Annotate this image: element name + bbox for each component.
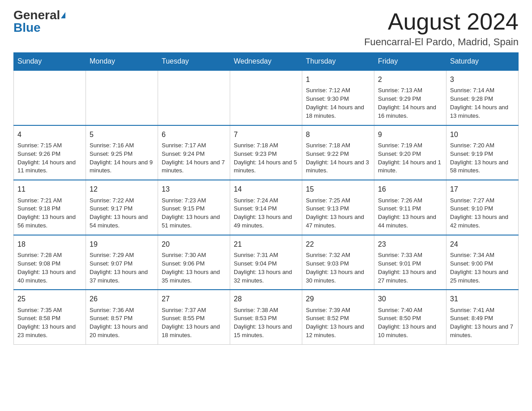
- calendar-day-header: Sunday: [14, 53, 86, 71]
- day-info: Sunrise: 7:21 AMSunset: 9:18 PMDaylight:…: [17, 197, 82, 230]
- day-number: 17: [450, 184, 515, 194]
- day-info: Sunrise: 7:14 AMSunset: 9:28 PMDaylight:…: [450, 86, 515, 120]
- calendar-day-header: Saturday: [446, 53, 519, 71]
- calendar-day-cell: [86, 70, 158, 125]
- logo-blue-text: Blue: [13, 21, 41, 34]
- day-number: 30: [378, 294, 442, 304]
- day-number: 8: [306, 129, 370, 140]
- calendar-day-header: Wednesday: [230, 53, 302, 71]
- calendar-day-cell: 20Sunrise: 7:30 AMSunset: 9:06 PMDayligh…: [158, 235, 230, 290]
- day-number: 3: [450, 74, 515, 85]
- day-number: 18: [17, 239, 82, 249]
- day-info: Sunrise: 7:39 AMSunset: 8:52 PMDaylight:…: [306, 306, 370, 340]
- day-info: Sunrise: 7:27 AMSunset: 9:10 PMDaylight:…: [450, 197, 515, 230]
- calendar-day-cell: [158, 70, 230, 125]
- calendar-day-cell: 16Sunrise: 7:26 AMSunset: 9:11 PMDayligh…: [374, 180, 446, 235]
- day-number: 28: [234, 294, 298, 304]
- day-info: Sunrise: 7:30 AMSunset: 9:06 PMDaylight:…: [162, 251, 226, 285]
- calendar-day-cell: 19Sunrise: 7:29 AMSunset: 9:07 PMDayligh…: [86, 235, 158, 290]
- calendar-day-cell: 23Sunrise: 7:33 AMSunset: 9:01 PMDayligh…: [374, 235, 446, 290]
- page-header: General Blue August 2024 Fuencarral-El P…: [13, 9, 519, 48]
- calendar-day-cell: 10Sunrise: 7:20 AMSunset: 9:19 PMDayligh…: [446, 125, 519, 180]
- calendar-day-cell: 1Sunrise: 7:12 AMSunset: 9:30 PMDaylight…: [302, 70, 374, 125]
- day-number: 13: [162, 184, 226, 194]
- calendar-day-header: Thursday: [302, 53, 374, 71]
- calendar-week-row: 11Sunrise: 7:21 AMSunset: 9:18 PMDayligh…: [14, 180, 519, 235]
- calendar-day-cell: 21Sunrise: 7:31 AMSunset: 9:04 PMDayligh…: [230, 235, 302, 290]
- calendar-day-cell: 29Sunrise: 7:39 AMSunset: 8:52 PMDayligh…: [302, 290, 374, 344]
- day-number: 16: [378, 184, 442, 194]
- day-info: Sunrise: 7:20 AMSunset: 9:19 PMDaylight:…: [450, 141, 515, 175]
- calendar-day-cell: 15Sunrise: 7:25 AMSunset: 9:13 PMDayligh…: [302, 180, 374, 235]
- day-number: 25: [17, 294, 82, 304]
- calendar-day-cell: [230, 70, 302, 125]
- day-number: 4: [17, 129, 82, 140]
- calendar-week-row: 18Sunrise: 7:28 AMSunset: 9:08 PMDayligh…: [14, 235, 519, 290]
- month-title: August 2024: [364, 9, 519, 34]
- logo: General Blue: [13, 9, 65, 34]
- calendar-day-cell: 28Sunrise: 7:38 AMSunset: 8:53 PMDayligh…: [230, 290, 302, 344]
- day-info: Sunrise: 7:36 AMSunset: 8:57 PMDaylight:…: [90, 306, 154, 340]
- day-info: Sunrise: 7:24 AMSunset: 9:14 PMDaylight:…: [234, 197, 298, 230]
- day-info: Sunrise: 7:25 AMSunset: 9:13 PMDaylight:…: [306, 197, 370, 230]
- day-number: 12: [90, 184, 154, 194]
- day-number: 9: [378, 129, 442, 140]
- calendar-day-cell: [14, 70, 86, 125]
- day-info: Sunrise: 7:13 AMSunset: 9:29 PMDaylight:…: [378, 86, 442, 120]
- calendar-day-cell: 12Sunrise: 7:22 AMSunset: 9:17 PMDayligh…: [86, 180, 158, 235]
- calendar-day-cell: 4Sunrise: 7:15 AMSunset: 9:26 PMDaylight…: [14, 125, 86, 180]
- day-number: 15: [306, 184, 370, 194]
- day-number: 21: [234, 239, 298, 249]
- day-number: 11: [17, 184, 82, 194]
- day-info: Sunrise: 7:33 AMSunset: 9:01 PMDaylight:…: [378, 251, 442, 285]
- calendar-day-cell: 11Sunrise: 7:21 AMSunset: 9:18 PMDayligh…: [14, 180, 86, 235]
- day-info: Sunrise: 7:29 AMSunset: 9:07 PMDaylight:…: [90, 251, 154, 285]
- day-info: Sunrise: 7:16 AMSunset: 9:25 PMDaylight:…: [90, 141, 154, 175]
- day-info: Sunrise: 7:31 AMSunset: 9:04 PMDaylight:…: [234, 251, 298, 285]
- title-block: August 2024 Fuencarral-El Pardo, Madrid,…: [364, 9, 519, 48]
- day-number: 19: [90, 239, 154, 249]
- calendar-day-cell: 26Sunrise: 7:36 AMSunset: 8:57 PMDayligh…: [86, 290, 158, 344]
- day-number: 31: [450, 294, 515, 304]
- calendar-day-cell: 7Sunrise: 7:18 AMSunset: 9:23 PMDaylight…: [230, 125, 302, 180]
- calendar-day-header: Monday: [86, 53, 158, 71]
- calendar-day-cell: 31Sunrise: 7:41 AMSunset: 8:49 PMDayligh…: [446, 290, 519, 344]
- calendar-week-row: 1Sunrise: 7:12 AMSunset: 9:30 PMDaylight…: [14, 70, 519, 125]
- day-info: Sunrise: 7:26 AMSunset: 9:11 PMDaylight:…: [378, 197, 442, 230]
- location-text: Fuencarral-El Pardo, Madrid, Spain: [364, 36, 519, 48]
- calendar-table: SundayMondayTuesdayWednesdayThursdayFrid…: [13, 52, 519, 345]
- day-info: Sunrise: 7:12 AMSunset: 9:30 PMDaylight:…: [306, 86, 370, 120]
- day-info: Sunrise: 7:37 AMSunset: 8:55 PMDaylight:…: [162, 306, 226, 340]
- calendar-day-cell: 30Sunrise: 7:40 AMSunset: 8:50 PMDayligh…: [374, 290, 446, 344]
- calendar-day-cell: 8Sunrise: 7:18 AMSunset: 9:22 PMDaylight…: [302, 125, 374, 180]
- day-info: Sunrise: 7:18 AMSunset: 9:23 PMDaylight:…: [234, 141, 298, 175]
- calendar-day-header: Tuesday: [158, 53, 230, 71]
- day-number: 14: [234, 184, 298, 194]
- day-number: 5: [90, 129, 154, 140]
- day-info: Sunrise: 7:41 AMSunset: 8:49 PMDaylight:…: [450, 306, 515, 340]
- calendar-header-row: SundayMondayTuesdayWednesdayThursdayFrid…: [14, 53, 519, 71]
- calendar-day-cell: 18Sunrise: 7:28 AMSunset: 9:08 PMDayligh…: [14, 235, 86, 290]
- calendar-week-row: 25Sunrise: 7:35 AMSunset: 8:58 PMDayligh…: [14, 290, 519, 344]
- calendar-day-cell: 17Sunrise: 7:27 AMSunset: 9:10 PMDayligh…: [446, 180, 519, 235]
- day-number: 24: [450, 239, 515, 249]
- day-number: 23: [378, 239, 442, 249]
- day-number: 6: [162, 129, 226, 140]
- calendar-day-cell: 14Sunrise: 7:24 AMSunset: 9:14 PMDayligh…: [230, 180, 302, 235]
- day-info: Sunrise: 7:22 AMSunset: 9:17 PMDaylight:…: [90, 197, 154, 230]
- day-number: 20: [162, 239, 226, 249]
- day-info: Sunrise: 7:17 AMSunset: 9:24 PMDaylight:…: [162, 141, 226, 175]
- day-info: Sunrise: 7:35 AMSunset: 8:58 PMDaylight:…: [17, 306, 82, 340]
- day-number: 1: [306, 74, 370, 85]
- calendar-day-cell: 24Sunrise: 7:34 AMSunset: 9:00 PMDayligh…: [446, 235, 519, 290]
- calendar-day-cell: 9Sunrise: 7:19 AMSunset: 9:20 PMDaylight…: [374, 125, 446, 180]
- day-number: 10: [450, 129, 515, 140]
- day-number: 29: [306, 294, 370, 304]
- day-number: 2: [378, 74, 442, 85]
- day-number: 22: [306, 239, 370, 249]
- calendar-day-cell: 22Sunrise: 7:32 AMSunset: 9:03 PMDayligh…: [302, 235, 374, 290]
- day-number: 27: [162, 294, 226, 304]
- day-number: 7: [234, 129, 298, 140]
- calendar-day-cell: 5Sunrise: 7:16 AMSunset: 9:25 PMDaylight…: [86, 125, 158, 180]
- day-info: Sunrise: 7:38 AMSunset: 8:53 PMDaylight:…: [234, 306, 298, 340]
